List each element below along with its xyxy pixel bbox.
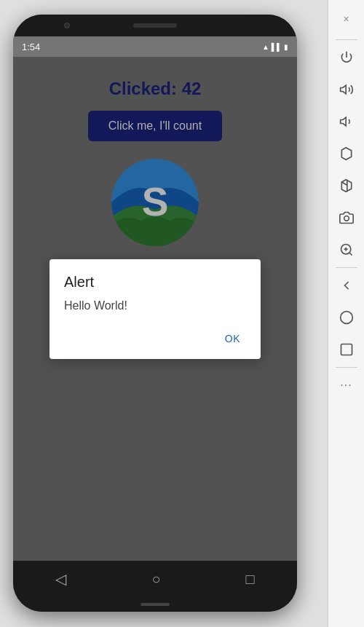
close-icon: × bbox=[343, 13, 349, 25]
volume-up-icon bbox=[339, 82, 354, 97]
alert-overlay: Alert Hello World! OK bbox=[13, 57, 297, 561]
back-button[interactable]: ◁ bbox=[55, 570, 66, 588]
close-button[interactable]: × bbox=[331, 3, 363, 35]
bottom-indicator bbox=[141, 603, 170, 606]
toolbar-separator-1 bbox=[336, 39, 357, 40]
speaker bbox=[133, 23, 177, 28]
signal-icon: ▌▌ bbox=[272, 43, 282, 51]
svg-line-4 bbox=[341, 182, 347, 185]
phone-top-bar bbox=[13, 15, 297, 36]
zoom-button[interactable] bbox=[331, 234, 363, 266]
scene: 1:54 ▲ ▌▌ ▮ Clicked: 42 Click me, I'll c… bbox=[0, 0, 364, 627]
home-button[interactable]: ○ bbox=[151, 571, 160, 588]
front-camera bbox=[64, 23, 70, 28]
alert-dialog: Alert Hello World! OK bbox=[50, 259, 261, 359]
more-button[interactable]: ··· bbox=[331, 369, 363, 401]
battery-icon: ▮ bbox=[284, 43, 288, 51]
more-icon: ··· bbox=[340, 379, 352, 392]
svg-rect-12 bbox=[341, 344, 352, 355]
alert-actions: OK bbox=[64, 327, 246, 350]
phone-frame: 1:54 ▲ ▌▌ ▮ Clicked: 42 Click me, I'll c… bbox=[13, 15, 297, 612]
wifi-icon: ▲ bbox=[262, 43, 269, 51]
erase-button[interactable] bbox=[331, 138, 363, 170]
svg-marker-2 bbox=[340, 85, 346, 94]
alert-message: Hello World! bbox=[64, 299, 246, 312]
nav-bar: ◁ ○ □ bbox=[13, 561, 297, 597]
erase-icon bbox=[339, 146, 354, 161]
nav-back-icon bbox=[339, 278, 354, 293]
power-button[interactable] bbox=[331, 42, 363, 74]
svg-point-11 bbox=[340, 312, 352, 324]
alert-title: Alert bbox=[64, 274, 246, 291]
app-content: Clicked: 42 Click me, I'll count S bbox=[13, 57, 297, 561]
camera-button[interactable] bbox=[331, 202, 363, 234]
rotate-button[interactable] bbox=[331, 170, 363, 202]
recent-button[interactable]: □ bbox=[245, 571, 254, 588]
zoom-icon bbox=[339, 242, 354, 257]
nav-home-icon bbox=[339, 310, 354, 325]
volume-up-button[interactable] bbox=[331, 74, 363, 106]
alert-ok-button[interactable]: OK bbox=[219, 327, 246, 350]
volume-down-button[interactable] bbox=[331, 106, 363, 138]
phone-bottom-bar bbox=[13, 597, 297, 612]
rotate-icon bbox=[339, 178, 354, 193]
svg-point-6 bbox=[344, 216, 349, 221]
power-icon bbox=[339, 50, 354, 65]
toolbar-separator-2 bbox=[336, 267, 357, 268]
status-bar: 1:54 ▲ ▌▌ ▮ bbox=[13, 36, 297, 57]
status-icons-right: ▲ ▌▌ ▮ bbox=[262, 43, 288, 51]
svg-marker-3 bbox=[340, 117, 346, 126]
toolbar-separator-3 bbox=[336, 367, 357, 368]
nav-home-button[interactable] bbox=[331, 301, 363, 334]
nav-recent-button[interactable] bbox=[331, 334, 363, 366]
svg-line-8 bbox=[349, 253, 352, 256]
volume-down-icon bbox=[339, 114, 354, 129]
phone-screen: 1:54 ▲ ▌▌ ▮ Clicked: 42 Click me, I'll c… bbox=[13, 36, 297, 597]
nav-back-button[interactable] bbox=[331, 269, 363, 301]
nav-recent-icon bbox=[339, 342, 354, 357]
status-time: 1:54 bbox=[22, 42, 40, 52]
toolbar: × bbox=[328, 0, 364, 627]
camera-icon bbox=[339, 210, 354, 225]
